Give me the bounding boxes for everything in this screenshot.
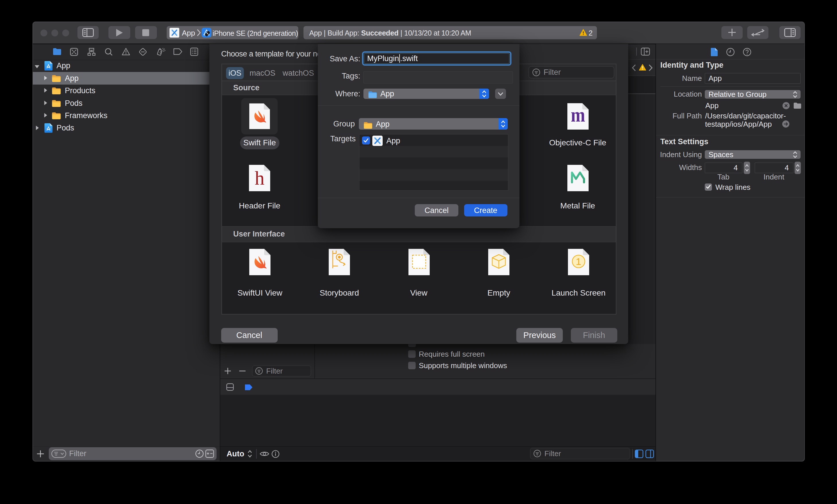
svg-text:h: h: [255, 167, 265, 189]
svg-text:1: 1: [576, 256, 582, 267]
svg-text:m: m: [571, 104, 585, 126]
